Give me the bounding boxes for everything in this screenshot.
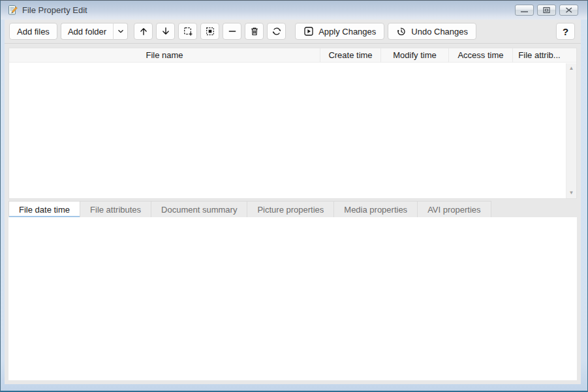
chevron-down-icon [116,26,126,37]
apply-changes-label: Apply Changes [318,27,376,37]
tab-avi-properties[interactable]: AVI properties [418,201,491,217]
file-list-header: File name Create time Modify time Access… [9,48,576,63]
remove-item-button[interactable] [223,23,241,40]
window-controls [515,5,582,16]
move-down-button[interactable] [156,23,175,40]
tab-bar: File date time File attributes Document … [8,201,577,217]
add-folder-split-button: Add folder [61,23,128,40]
select-region-add-button[interactable] [178,23,197,40]
scroll-up-button[interactable]: ▲ [566,63,576,74]
scrollbar-track[interactable] [566,74,576,188]
delete-button[interactable] [245,23,264,40]
undo-changes-button[interactable]: Undo Changes [388,23,476,40]
tab-content-panel [8,217,577,380]
arrow-down-icon [161,26,171,37]
titlebar[interactable]: File Property Edit [1,1,587,20]
arrow-up-icon [138,26,149,37]
add-folder-button[interactable]: Add folder [61,23,113,40]
move-up-button[interactable] [134,23,153,40]
tab-picture-properties[interactable]: Picture properties [247,201,334,217]
refresh-icon [271,26,282,37]
file-list: File name Create time Modify time Access… [8,48,577,199]
close-button[interactable] [559,5,578,16]
apply-changes-button[interactable]: Apply Changes [295,23,384,40]
play-box-icon [303,26,314,37]
tab-file-date-time[interactable]: File date time [8,201,80,217]
tab-document-summary[interactable]: Document summary [151,201,247,217]
select-all-button[interactable] [200,23,219,40]
column-header-create-time[interactable]: Create time [320,48,380,62]
history-icon [396,26,407,37]
refresh-button[interactable] [267,23,286,40]
marquee-plus-icon [183,26,193,37]
undo-changes-label: Undo Changes [411,27,468,37]
scroll-down-icon: ▼ [569,190,574,196]
toolbar: Add files Add folder [5,20,581,44]
column-header-filler [566,48,576,62]
column-header-access-time[interactable]: Access time [448,48,512,62]
app-icon [7,5,18,16]
maximize-icon [538,5,555,15]
window: File Property Edit Add [0,0,588,392]
column-header-file-attributes[interactable]: File attrib... [512,48,566,62]
maximize-button[interactable] [537,5,556,16]
add-folder-dropdown-button[interactable] [113,23,128,40]
vertical-scrollbar[interactable]: ▲ ▼ [566,63,576,198]
file-list-body[interactable] [9,63,576,198]
minus-icon [227,26,238,37]
tab-file-attributes[interactable]: File attributes [80,201,151,217]
minimize-button[interactable] [515,5,534,16]
column-header-file-name[interactable]: File name [9,48,320,62]
tab-media-properties[interactable]: Media properties [334,201,418,217]
column-header-modify-time[interactable]: Modify time [380,48,448,62]
scroll-up-icon: ▲ [569,66,574,71]
close-icon [560,5,578,15]
help-button[interactable]: ? [556,23,575,40]
minimize-icon [516,5,533,15]
trash-icon [249,26,260,37]
add-files-button[interactable]: Add files [9,23,57,40]
window-title: File Property Edit [22,5,87,15]
select-all-icon [205,26,215,37]
client-area: Add files Add folder [5,20,581,384]
scroll-down-button[interactable]: ▼ [566,188,576,198]
